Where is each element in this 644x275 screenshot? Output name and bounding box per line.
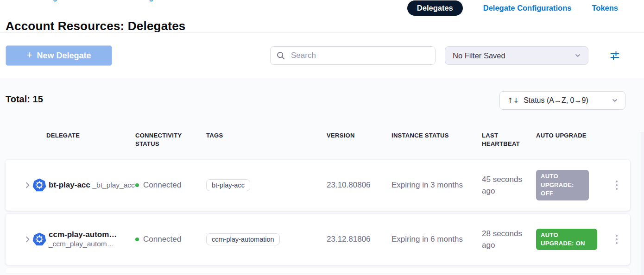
filter-settings-button[interactable] [609, 50, 621, 62]
expand-row-icon[interactable] [24, 181, 31, 189]
saved-filter-dropdown[interactable]: No Filter Saved [445, 46, 588, 65]
delegate-table-body: bt-play-acc _bt_play_acc Connected bt-pl… [6, 160, 630, 275]
delegate-version: 23.12.81806 [327, 235, 391, 244]
kebab-dot [616, 235, 618, 237]
breadcrumb[interactable]: Account Settings / Account Resources / D… [6, 0, 330, 3]
table-row-partial[interactable] [6, 268, 630, 273]
search-input[interactable] [290, 50, 429, 61]
kebab-dot [616, 181, 618, 183]
sort-dropdown[interactable]: ↑↓ Status (A→Z, 0→9) [499, 91, 625, 110]
sort-arrows-icon: ↑↓ [507, 96, 519, 105]
saved-filter-value: No Filter Saved [453, 51, 574, 60]
vertical-scrollbar[interactable] [641, 132, 644, 275]
column-header-connectivity-status: CONNECTIVITY STATUS [135, 131, 196, 148]
table-row[interactable]: ccm-play-autom… _ccm_play_autom… Connect… [6, 214, 630, 265]
kubernetes-icon [32, 232, 46, 246]
kebab-dot [616, 242, 618, 244]
header-divider [0, 32, 644, 32]
toolbar-divider [0, 79, 644, 79]
total-count: Total: 15 [6, 94, 43, 105]
tab-tokens[interactable]: Tokens [592, 4, 618, 12]
connected-status-dot [135, 183, 139, 187]
auto-upgrade-badge: AUTO UPGRADE: ON [536, 229, 597, 250]
column-header-last-heartbeat: LAST HEARTBEAT [482, 131, 533, 148]
filter-sliders-icon [609, 50, 620, 61]
kubernetes-icon [32, 178, 46, 192]
tab-delegates[interactable]: Delegates [407, 0, 463, 16]
plus-icon: + [27, 50, 33, 60]
column-header-instance-status: INSTANCE STATUS [391, 131, 482, 140]
new-delegate-label: New Delegate [37, 51, 91, 61]
delegate-name: bt-play-acc [49, 181, 90, 189]
tab-delegate-configurations[interactable]: Delegate Configurations [483, 4, 572, 12]
kebab-dot [616, 188, 618, 190]
resource-tabs: Delegates Delegate Configurations Tokens [407, 0, 618, 16]
instance-status: Expiring in 3 months [391, 181, 482, 190]
chevron-down-icon [611, 97, 619, 104]
delegate-identifier: _bt_play_acc [92, 181, 134, 189]
delegates-page: { "breadcrumb": { "text": "Account Setti… [0, 0, 644, 275]
auto-upgrade-badge: AUTO UPGRADE: OFF [536, 170, 589, 200]
delegate-tag: ccm-play-automation [206, 233, 280, 245]
page-title: Account Resources: Delegates [6, 19, 186, 33]
row-menu-button[interactable] [613, 232, 621, 247]
new-delegate-button[interactable]: + New Delegate [6, 45, 112, 66]
last-heartbeat: 45 seconds ago [482, 174, 536, 197]
connectivity-status: Connected [143, 181, 181, 190]
delegate-tag: bt-play-acc [206, 179, 250, 191]
column-header-auto-upgrade: AUTO UPGRADE [536, 131, 603, 140]
expand-row-icon[interactable] [24, 235, 31, 244]
sort-value: Status (A→Z, 0→9) [524, 96, 606, 105]
kebab-dot [616, 238, 618, 241]
connected-status-dot [135, 238, 139, 241]
column-header-tags: TAGS [206, 131, 327, 140]
table-header: DELEGATE CONNECTIVITY STATUS TAGS VERSIO… [6, 131, 630, 148]
chevron-down-icon [574, 52, 581, 59]
connectivity-status: Connected [143, 235, 181, 244]
breadcrumb-text[interactable]: Account Settings / Account Resources / D… [6, 0, 330, 1]
column-header-delegate: DELEGATE [6, 131, 135, 140]
instance-status: Expiring in 6 months [391, 235, 482, 244]
delegate-identifier: _ccm_play_autom… [49, 240, 114, 248]
row-menu-button[interactable] [613, 178, 621, 193]
last-heartbeat: 28 seconds ago [482, 228, 536, 251]
search-icon [276, 51, 285, 60]
table-row[interactable]: bt-play-acc _bt_play_acc Connected bt-pl… [6, 160, 630, 211]
kebab-dot [616, 184, 618, 187]
delegate-version: 23.10.80806 [327, 181, 391, 190]
search-box[interactable] [270, 46, 436, 65]
delegate-name: ccm-play-autom… [49, 230, 117, 239]
column-header-version: VERSION [327, 131, 391, 140]
